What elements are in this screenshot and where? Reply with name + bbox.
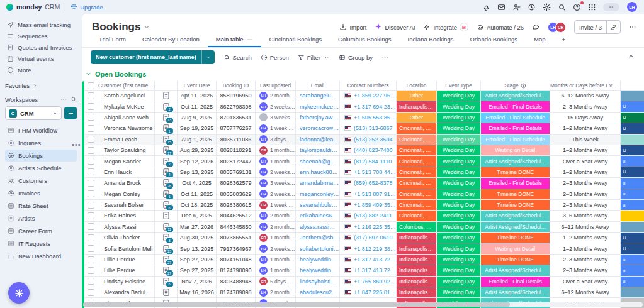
booking-id-cell[interactable]: 8622798398 <box>217 101 256 112</box>
customer-name-cell[interactable]: Emma Leach <box>98 135 155 145</box>
row-checkbox[interactable] <box>84 211 98 221</box>
location-cell[interactable]: Indianapolis, Indi... <box>397 255 437 265</box>
customer-name-cell[interactable]: Olivia Thacker <box>98 233 155 243</box>
event-date-cell[interactable]: Mar 27, 2026 <box>178 222 217 233</box>
column-header-months[interactable]: Months or Days before Event date <box>550 81 621 91</box>
last-updated-cell[interactable]: CR5 days ago <box>256 277 296 287</box>
booking-id-cell[interactable]: 8035803629 <box>217 189 256 200</box>
event-type-cell[interactable]: Wedding Day <box>437 123 481 134</box>
stage-cell[interactable]: Artist Assigned/Schedul... <box>481 287 550 298</box>
phone-cell[interactable]: (513) 252-3594 <box>340 135 397 145</box>
partial-status-cell[interactable]: U <box>621 145 644 156</box>
board-title[interactable]: Bookings <box>92 21 150 33</box>
months-before-event-cell[interactable]: 2–3 Months Away <box>550 200 621 211</box>
last-updated-cell[interactable]: CR1 month ago <box>256 145 296 156</box>
row-checkbox[interactable] <box>84 189 98 200</box>
stage-cell[interactable]: Timeline DONE <box>481 189 550 200</box>
automate-button[interactable]: Automate / 26 <box>477 23 524 31</box>
event-type-cell[interactable]: Wedding Day <box>437 101 481 112</box>
event-type-cell[interactable]: Wedding Day <box>437 91 481 101</box>
stage-cell[interactable]: Artist Assigned/Schedul... <box>481 156 550 167</box>
event-date-cell[interactable]: Oct 11, 2025 <box>178 101 217 112</box>
partial-status-cell[interactable]: U <box>621 123 644 134</box>
customer-name-cell[interactable]: Taylor Spaulding <box>98 145 155 156</box>
booking-id-cell[interactable]: 8028380615 <box>217 200 256 211</box>
updates-cell[interactable] <box>155 287 178 298</box>
booking-id-cell[interactable]: 8303488948 <box>217 277 256 287</box>
location-cell[interactable]: Other <box>397 91 437 101</box>
last-updated-cell[interactable]: LH3 days ago <box>256 135 296 145</box>
customer-name-cell[interactable]: Megan Conley <box>98 189 155 200</box>
sidebar-board-artists[interactable]: Artists <box>5 212 77 224</box>
months-before-event-cell[interactable]: 1–2 Months Away <box>550 167 621 178</box>
customer-name-cell[interactable]: Savanah Bolser <box>98 200 155 211</box>
updates-cell[interactable]: 6 <box>155 189 178 200</box>
email-cell[interactable]: ladonna@leachpa... <box>296 135 340 145</box>
sidebar-board-it-requests[interactable]: IT Requests <box>5 238 77 250</box>
column-header-partial[interactable] <box>621 81 644 91</box>
updates-cell[interactable]: 2 <box>155 101 178 112</box>
dots-h-icon[interactable] <box>247 36 253 43</box>
months-before-event-cell[interactable]: 3–6 Months Away <box>550 211 621 221</box>
updates-cell[interactable]: 13 <box>155 113 178 123</box>
booking-id-cell[interactable]: 7917364967 <box>217 243 256 254</box>
upgrade-button[interactable]: Upgrade <box>71 4 103 11</box>
last-updated-cell[interactable]: LH2 weeks ago <box>256 243 296 254</box>
ai-assistant-button[interactable] <box>8 282 30 304</box>
booking-id-cell[interactable]: 8589196950 <box>217 91 256 101</box>
partial-status-cell[interactable] <box>621 91 644 101</box>
months-before-event-cell[interactable]: 1–2 Months Away <box>550 145 621 156</box>
user-avatar[interactable]: LH <box>626 1 638 13</box>
last-updated-cell[interactable]: LH2 months a... <box>256 287 296 298</box>
chevron-up-icon[interactable] <box>627 52 635 60</box>
event-date-cell[interactable]: Oct 4, 2025 <box>178 178 217 189</box>
stage-cell[interactable]: Artist Assigned/Schedul... <box>481 265 550 276</box>
row-checkbox[interactable] <box>84 145 98 156</box>
phone-cell[interactable]: +1 317 413 7258 <box>340 255 397 265</box>
last-updated-cell[interactable]: LH2 months a... <box>256 211 296 221</box>
search-button[interactable] <box>558 3 566 11</box>
location-cell[interactable]: Cincinnati, Ohio <box>397 178 437 189</box>
tab-map[interactable]: Map <box>526 34 553 47</box>
group-by-button[interactable]: Group by <box>339 54 373 61</box>
phone-cell[interactable]: (513) 882-2411 <box>340 211 397 221</box>
phone-cell[interactable]: +1 513 708 4417 <box>340 167 397 178</box>
phone-cell[interactable]: (513) 313-6867 <box>340 123 397 134</box>
last-updated-cell[interactable]: LH2 months a... <box>256 91 296 101</box>
event-date-cell[interactable]: Apr 11, 2026 <box>178 91 217 101</box>
event-date-cell[interactable]: Sep 12, 2026 <box>178 156 217 167</box>
last-updated-cell[interactable]: LH2 weeks ago <box>256 189 296 200</box>
customer-name-cell[interactable]: Veronica Newsome <box>98 123 155 134</box>
updates-cell[interactable]: 27 <box>155 255 178 265</box>
location-cell[interactable]: Cincinnati, Ohio <box>397 156 437 167</box>
partial-status-cell[interactable]: u <box>621 200 644 211</box>
import-button[interactable]: Import <box>339 23 366 31</box>
stage-cell[interactable]: Timeline DONE <box>481 167 550 178</box>
event-date-cell[interactable]: Oct 18, 2025 <box>178 200 217 211</box>
last-updated-cell[interactable]: LH1 month ago <box>256 255 296 265</box>
phone-cell[interactable]: +1 505 553 8558 <box>340 113 397 123</box>
row-checkbox[interactable] <box>84 255 98 265</box>
months-before-event-cell[interactable]: 2–3 Months Away <box>550 101 621 112</box>
email-cell[interactable]: amandabrma@ya... <box>296 178 340 189</box>
stage-cell[interactable]: Timeline DONE <box>481 200 550 211</box>
column-header-stage[interactable]: Stage <box>481 81 550 91</box>
grid-button[interactable] <box>588 3 596 11</box>
email-cell[interactable]: healywedding25... <box>296 265 340 276</box>
booking-id-cell[interactable]: 8446345850 <box>217 222 256 233</box>
customer-name-cell[interactable]: Lillie Perdue <box>98 265 155 276</box>
history-button[interactable] <box>528 3 536 11</box>
updates-cell[interactable] <box>155 91 178 101</box>
event-type-cell[interactable]: Wedding Day <box>437 200 481 211</box>
last-updated-cell[interactable]: LH1 month ago <box>256 156 296 167</box>
partial-status-cell[interactable]: U <box>621 233 644 243</box>
customer-name-cell[interactable]: Mykayla McKee <box>98 101 155 112</box>
integrate-button[interactable]: IntegrateM <box>423 23 468 31</box>
customer-name-cell[interactable]: Abigail Anne Weh <box>98 113 155 123</box>
partial-status-cell[interactable]: u <box>621 277 644 287</box>
product-switcher[interactable]: ●● <box>603 3 619 11</box>
updates-cell[interactable]: 15 <box>155 135 178 145</box>
booking-id-cell[interactable]: 8074151048 <box>217 255 256 265</box>
sidebar-board-artists-schedule[interactable]: Artists Schedule <box>5 162 77 174</box>
location-cell[interactable]: Cincinnati, Ohio <box>397 211 437 221</box>
